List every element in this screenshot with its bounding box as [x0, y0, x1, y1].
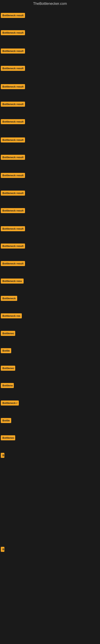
- bottleneck-badge-13[interactable]: Bottleneck result: [1, 226, 25, 231]
- bottleneck-badge-4[interactable]: Bottleneck result: [1, 66, 25, 71]
- bottleneck-badge-5[interactable]: Bottleneck result: [1, 84, 25, 89]
- bottleneck-badge-2[interactable]: Bottleneck result: [1, 30, 25, 35]
- bottleneck-badge-6[interactable]: Bottleneck result: [1, 102, 25, 107]
- bottleneck-badge-19[interactable]: Bottlenec: [1, 331, 15, 336]
- bottleneck-badge-7[interactable]: Bottleneck result: [1, 119, 25, 124]
- bottleneck-badge-24[interactable]: Bottle: [1, 418, 11, 423]
- bottleneck-badge-12[interactable]: Bottleneck result: [1, 208, 25, 213]
- site-title: TheBottlenecker.com: [0, 0, 100, 8]
- bottleneck-badge-8[interactable]: Bottleneck result: [1, 138, 25, 142]
- bottleneck-badge-25[interactable]: Bottlenec: [1, 435, 15, 440]
- bottleneck-badge-11[interactable]: Bottleneck result: [1, 190, 25, 196]
- bottleneck-badge-26[interactable]: B: [1, 453, 4, 458]
- bottleneck-badge-27[interactable]: B: [1, 547, 4, 552]
- bottleneck-badge-9[interactable]: Bottleneck result: [1, 155, 25, 160]
- bottleneck-badge-1[interactable]: Bottleneck result: [1, 13, 25, 18]
- bottleneck-badge-10[interactable]: Bottleneck result: [1, 173, 25, 178]
- bottleneck-badge-23[interactable]: Bottleneck r: [1, 400, 19, 406]
- bottleneck-badge-16[interactable]: Bottleneck resu: [1, 278, 24, 284]
- bottleneck-badge-15[interactable]: Bottleneck result: [1, 261, 25, 266]
- bottleneck-badge-20[interactable]: Bottle: [1, 348, 11, 353]
- bottleneck-badge-18[interactable]: Bottleneck res: [1, 313, 22, 318]
- bottleneck-badge-14[interactable]: Bottleneck result: [1, 244, 25, 248]
- bottleneck-badge-17[interactable]: Bottleneck: [1, 296, 17, 301]
- bottleneck-badge-21[interactable]: Bottlenec: [1, 366, 15, 371]
- badges-container: Bottleneck resultBottleneck resultBottle…: [0, 8, 100, 644]
- bottleneck-badge-22[interactable]: Bottlene: [1, 383, 14, 388]
- page-wrapper: TheBottlenecker.com Bottleneck resultBot…: [0, 0, 100, 644]
- bottleneck-badge-3[interactable]: Bottleneck result: [1, 48, 25, 54]
